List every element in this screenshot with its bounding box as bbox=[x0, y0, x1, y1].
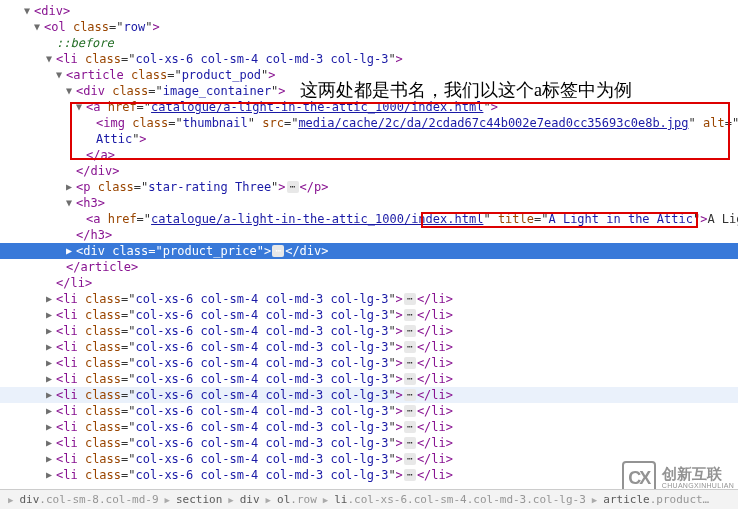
ellipsis[interactable]: ⋯ bbox=[404, 405, 416, 417]
expand-arrow[interactable]: ▶ bbox=[44, 358, 54, 368]
expand-arrow[interactable]: ▼ bbox=[54, 70, 64, 80]
collapsed-li[interactable]: ▶<li class="col-xs-6 col-sm-4 col-md-3 c… bbox=[0, 291, 738, 307]
annotation-text: 这两处都是书名，我们以这个a标签中为例 bbox=[300, 78, 632, 102]
expand-arrow[interactable]: ▶ bbox=[44, 406, 54, 416]
expand-arrow[interactable]: ▼ bbox=[64, 86, 74, 96]
expand-arrow[interactable]: ▶ bbox=[44, 422, 54, 432]
breadcrumb-item[interactable]: div.col-sm-8.col-md-9 bbox=[17, 493, 160, 506]
breadcrumb-item[interactable]: article.product… bbox=[601, 493, 711, 506]
breadcrumb-item[interactable]: li.col-xs-6.col-sm-4.col-md-3.col-lg-3 bbox=[332, 493, 588, 506]
expand-arrow[interactable]: ▼ bbox=[64, 198, 74, 208]
ellipsis[interactable]: ⋯ bbox=[404, 309, 416, 321]
collapsed-li[interactable]: ▶<li class="col-xs-6 col-sm-4 col-md-3 c… bbox=[0, 339, 738, 355]
chevron-icon: ▶ bbox=[165, 495, 170, 505]
expand-arrow[interactable]: ▼ bbox=[32, 22, 42, 32]
collapsed-li[interactable]: ▶<li class="col-xs-6 col-sm-4 col-md-3 c… bbox=[0, 307, 738, 323]
breadcrumb-item[interactable]: section bbox=[174, 493, 224, 506]
collapsed-li[interactable]: ▶<li class="col-xs-6 col-sm-4 col-md-3 c… bbox=[0, 371, 738, 387]
expand-arrow[interactable]: ▶ bbox=[44, 438, 54, 448]
expand-arrow[interactable]: ▶ bbox=[44, 470, 54, 480]
expand-arrow[interactable]: ▶ bbox=[44, 390, 54, 400]
chevron-icon: ▶ bbox=[266, 495, 271, 505]
expand-arrow[interactable]: ▶ bbox=[44, 454, 54, 464]
link-href[interactable]: catalogue/a-light-in-the-attic_1000/inde… bbox=[151, 211, 483, 227]
dom-tree: ▼ <div> ▼ <ol class="row" > ::before ▼ <… bbox=[0, 0, 738, 486]
collapsed-li[interactable]: ▶<li class="col-xs-6 col-sm-4 col-md-3 c… bbox=[0, 387, 738, 403]
link-src[interactable]: media/cache/2c/da/2cdad67c44b002e7ead0cc… bbox=[298, 115, 688, 131]
expand-arrow[interactable]: ▶ bbox=[44, 374, 54, 384]
chevron-icon: ▶ bbox=[592, 495, 597, 505]
chevron-icon: ▶ bbox=[228, 495, 233, 505]
ellipsis[interactable]: ⋯ bbox=[404, 421, 416, 433]
chevron-icon: ▶ bbox=[8, 495, 13, 505]
expand-arrow[interactable]: ▶ bbox=[64, 182, 74, 192]
ellipsis[interactable]: ⋯ bbox=[404, 373, 416, 385]
ellipsis[interactable]: ⋯ bbox=[404, 469, 416, 481]
ellipsis[interactable]: ⋯ bbox=[287, 181, 299, 193]
expand-arrow[interactable]: ▶ bbox=[44, 294, 54, 304]
ellipsis[interactable]: ⋯ bbox=[404, 453, 416, 465]
ellipsis[interactable]: ⋯ bbox=[404, 389, 416, 401]
collapsed-li[interactable]: ▶<li class="col-xs-6 col-sm-4 col-md-3 c… bbox=[0, 323, 738, 339]
expand-arrow[interactable]: ▶ bbox=[44, 310, 54, 320]
expand-arrow[interactable]: ▼ bbox=[44, 54, 54, 64]
pseudo-before: ::before bbox=[56, 35, 114, 51]
ellipsis[interactable]: ⋯ bbox=[404, 293, 416, 305]
expand-arrow[interactable]: ▶ bbox=[44, 342, 54, 352]
breadcrumb-bar: ▶ div.col-sm-8.col-md-9▶section▶div▶ol.r… bbox=[0, 489, 738, 509]
expand-arrow[interactable]: ▼ bbox=[74, 102, 84, 112]
ellipsis[interactable]: ⋯ bbox=[404, 437, 416, 449]
collapsed-li[interactable]: ▶<li class="col-xs-6 col-sm-4 col-md-3 c… bbox=[0, 419, 738, 435]
breadcrumb-item[interactable]: ol.row bbox=[275, 493, 319, 506]
expand-arrow[interactable]: ▼ bbox=[22, 6, 32, 16]
ellipsis[interactable]: ⋯ bbox=[404, 325, 416, 337]
breadcrumb-item[interactable]: div bbox=[238, 493, 262, 506]
expand-arrow[interactable]: ▶ bbox=[44, 326, 54, 336]
collapsed-li[interactable]: ▶<li class="col-xs-6 col-sm-4 col-md-3 c… bbox=[0, 403, 738, 419]
chevron-icon: ▶ bbox=[323, 495, 328, 505]
collapsed-li[interactable]: ▶<li class="col-xs-6 col-sm-4 col-md-3 c… bbox=[0, 355, 738, 371]
logo-cn: 创新互联 bbox=[662, 466, 734, 483]
expand-arrow[interactable]: ▶ bbox=[64, 246, 74, 256]
collapsed-li[interactable]: ▶<li class="col-xs-6 col-sm-4 col-md-3 c… bbox=[0, 435, 738, 451]
selected-node[interactable]: ▶ <div class="product_price" >⋯ </div> bbox=[0, 243, 738, 259]
ellipsis[interactable]: ⋯ bbox=[272, 245, 284, 257]
ellipsis[interactable]: ⋯ bbox=[404, 341, 416, 353]
ellipsis[interactable]: ⋯ bbox=[404, 357, 416, 369]
